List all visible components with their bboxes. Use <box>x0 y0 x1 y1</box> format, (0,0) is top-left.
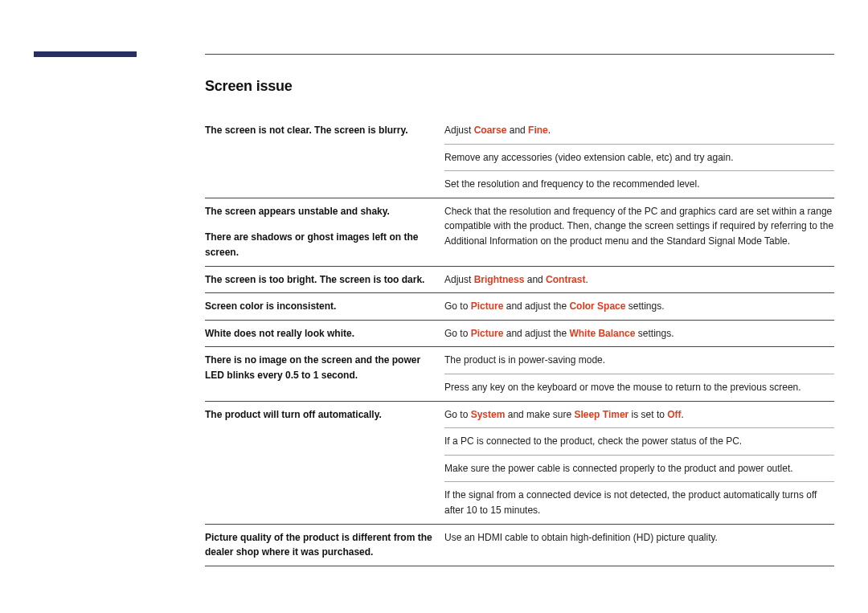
highlight: Picture <box>471 300 504 312</box>
highlight: Color Space <box>569 300 625 312</box>
text: and <box>506 125 528 136</box>
solution-text: Check that the resolution and frequency … <box>444 198 834 267</box>
solution-text: The product is in power-saving mode. <box>444 347 834 374</box>
text: and make sure <box>505 409 574 420</box>
issue-label: Picture quality of the product is differ… <box>205 525 444 566</box>
solution-text: Adjust Coarse and Fine. <box>444 117 834 145</box>
content-area: Screen issue The screen is not clear. Th… <box>205 78 834 566</box>
highlight: Fine <box>528 125 548 136</box>
text: settings. <box>625 300 664 312</box>
section-title: Screen issue <box>205 78 834 95</box>
highlight: White Balance <box>569 328 635 339</box>
top-divider <box>205 54 834 55</box>
text: and adjust the <box>503 300 569 312</box>
issue-label: The screen appears unstable and shaky. T… <box>205 198 444 267</box>
text: and <box>524 274 546 285</box>
text: and adjust the <box>503 328 569 339</box>
highlight: Off <box>667 409 681 420</box>
solution-text: Make sure the power cable is connected p… <box>444 456 834 483</box>
text: . <box>585 274 588 285</box>
text: Adjust <box>444 125 474 136</box>
issue-label: The product will turn off automatically. <box>205 402 444 525</box>
text: Go to <box>444 300 471 312</box>
solution-text: If a PC is connected to the product, che… <box>444 428 834 456</box>
highlight: Sleep Timer <box>574 409 628 420</box>
issue-label: Screen color is inconsistent. <box>205 293 444 321</box>
troubleshooting-grid: The screen is not clear. The screen is b… <box>205 117 834 566</box>
text: Adjust <box>444 274 474 285</box>
solution-text: Go to Picture and adjust the White Balan… <box>444 321 834 348</box>
issue-label: The screen is too bright. The screen is … <box>205 267 444 294</box>
text: settings. <box>635 328 674 339</box>
issue-label: There is no image on the screen and the … <box>205 347 444 401</box>
solution-text: Set the resolution and frequency to the … <box>444 171 834 198</box>
text: . <box>548 125 551 136</box>
text: Go to <box>444 328 471 339</box>
text: There are shadows or ghost images left o… <box>205 230 433 260</box>
solution-text: Use an HDMI cable to obtain high-definit… <box>444 525 834 566</box>
solution-text: Go to Picture and adjust the Color Space… <box>444 293 834 321</box>
highlight: Picture <box>471 328 504 339</box>
solution-text: Press any key on the keyboard or move th… <box>444 374 834 402</box>
highlight: Contrast <box>546 274 585 285</box>
text: The screen appears unstable and shaky. <box>205 204 433 219</box>
solution-text: Remove any accessories (video extension … <box>444 145 834 172</box>
accent-bar <box>34 51 137 57</box>
highlight: Coarse <box>474 125 507 136</box>
text: Go to <box>444 409 471 420</box>
solution-text: Go to System and make sure Sleep Timer i… <box>444 402 834 429</box>
issue-label: The screen is not clear. The screen is b… <box>205 117 444 198</box>
text: . <box>682 409 684 420</box>
solution-text: Adjust Brightness and Contrast. <box>444 267 834 294</box>
issue-label: White does not really look white. <box>205 321 444 348</box>
text: is set to <box>628 409 667 420</box>
highlight: Brightness <box>474 274 525 285</box>
solution-text: If the signal from a connected device is… <box>444 482 834 524</box>
highlight: System <box>471 409 506 420</box>
